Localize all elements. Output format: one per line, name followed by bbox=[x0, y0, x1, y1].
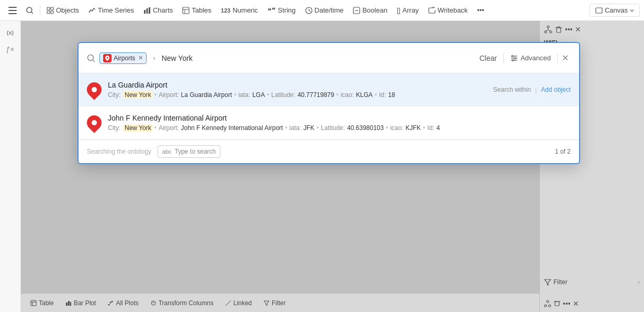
result-meta-laguardia: City: New York • Airport: La Guardia Air… bbox=[108, 91, 487, 99]
lat-label-1: Latitude: bbox=[271, 91, 295, 99]
city-val-1: New York bbox=[124, 91, 152, 99]
id-val-2: 4 bbox=[436, 124, 440, 132]
breadcrumb-arrow: › bbox=[153, 54, 155, 62]
tables-button[interactable]: Tables bbox=[178, 4, 216, 16]
svg-line-17 bbox=[309, 10, 310, 12]
airports-tag-close[interactable]: ✕ bbox=[138, 55, 143, 61]
search-input[interactable] bbox=[162, 54, 471, 62]
string-icon: ❝❞ bbox=[268, 6, 276, 15]
svg-rect-20 bbox=[596, 8, 602, 13]
result-title-laguardia: La Guardia Airport bbox=[108, 81, 487, 89]
iata-val-1: LGA bbox=[252, 91, 265, 99]
icao-label-2: icao: bbox=[390, 124, 403, 132]
dot-2a: • bbox=[154, 124, 157, 132]
lat-val-2: 40.63980103 bbox=[347, 124, 384, 132]
menu-icon bbox=[8, 7, 17, 14]
svg-line-36 bbox=[93, 60, 95, 62]
id-label-1: Id: bbox=[379, 91, 386, 99]
id-label-2: Id: bbox=[427, 124, 434, 132]
result-meta-jfk: City: New York • Airport: John F Kennedy… bbox=[108, 124, 487, 132]
result-item-jfk[interactable]: John F Kennedy International Airport Cit… bbox=[79, 106, 579, 139]
svg-rect-0 bbox=[8, 7, 17, 8]
svg-rect-8 bbox=[51, 11, 53, 14]
writeback-icon bbox=[428, 7, 436, 14]
result-item-laguardia[interactable]: La Guardia Airport City: New York • Airp… bbox=[79, 73, 579, 106]
string-button[interactable]: ❝❞ String bbox=[263, 4, 300, 17]
left-sidebar: (x) ƒ× bbox=[0, 21, 21, 312]
canvas-button[interactable]: Canvas bbox=[590, 4, 640, 17]
search-within-button[interactable]: Search within bbox=[493, 86, 531, 93]
dot-1b: • bbox=[234, 91, 236, 99]
dot-2c: • bbox=[317, 124, 319, 132]
advanced-button[interactable]: Advanced bbox=[506, 52, 555, 64]
numeric-icon: 123 bbox=[221, 7, 230, 14]
datetime-icon bbox=[305, 7, 313, 14]
airport-val-1: La Guardia Airport bbox=[181, 91, 232, 99]
result-actions-laguardia: Search within | Add object bbox=[493, 86, 571, 94]
clear-button[interactable]: Clear bbox=[475, 52, 501, 64]
search-bar: Airports ✕ › Clear bbox=[79, 43, 579, 73]
id-val-1: 18 bbox=[388, 91, 395, 99]
footer-ontology-label: Searching the ontology bbox=[87, 148, 151, 155]
svg-rect-9 bbox=[144, 10, 146, 14]
action-divider-2: | bbox=[535, 119, 537, 127]
svg-rect-10 bbox=[146, 8, 148, 14]
dot-1d: • bbox=[336, 91, 338, 99]
charts-icon bbox=[143, 7, 151, 14]
location-pin-inner bbox=[92, 87, 97, 92]
add-object-jfk-button[interactable]: Add object bbox=[541, 119, 571, 126]
city-highlight-1: New York bbox=[124, 91, 152, 99]
city-val-2: New York bbox=[124, 124, 152, 132]
search-modal: Airports ✕ › Clear bbox=[77, 42, 580, 164]
dot-1e: • bbox=[375, 91, 377, 99]
objects-button[interactable]: Objects bbox=[42, 4, 83, 16]
airport-val-2: John F Kennedy International Airport bbox=[181, 124, 283, 132]
airports-filter-tag[interactable]: Airports ✕ bbox=[99, 52, 147, 64]
icao-val-2: KJFK bbox=[406, 124, 421, 132]
more-button[interactable]: ••• bbox=[473, 4, 488, 16]
datetime-button[interactable]: Date/time bbox=[301, 4, 348, 16]
results-list: La Guardia Airport City: New York • Airp… bbox=[79, 73, 579, 139]
search-within-jfk-button[interactable]: Search within bbox=[493, 119, 531, 126]
svg-rect-2 bbox=[8, 13, 17, 14]
search-divider bbox=[503, 53, 504, 63]
iata-label-2: iata: bbox=[290, 124, 302, 132]
sidebar-formula-icon[interactable]: ƒ× bbox=[2, 42, 19, 57]
boolean-button[interactable]: Boolean bbox=[349, 4, 392, 16]
svg-point-37 bbox=[107, 57, 108, 58]
search-divider-2 bbox=[557, 53, 558, 63]
svg-rect-1 bbox=[8, 10, 17, 11]
result-icon-laguardia bbox=[87, 82, 102, 97]
result-content-jfk: John F Kennedy International Airport Cit… bbox=[108, 114, 487, 132]
location-pin-laguardia bbox=[84, 79, 105, 100]
svg-point-42 bbox=[515, 57, 516, 59]
footer-type-search[interactable]: abc Type to search bbox=[158, 145, 220, 158]
airports-tag-label: Airports bbox=[114, 55, 135, 62]
svg-point-3 bbox=[27, 7, 32, 13]
search-icon bbox=[87, 54, 95, 62]
boolean-icon bbox=[353, 7, 360, 14]
svg-rect-7 bbox=[47, 11, 50, 14]
icao-label-1: icao: bbox=[340, 91, 353, 99]
result-title-jfk: John F Kennedy International Airport bbox=[108, 114, 487, 122]
add-object-button[interactable]: Add object bbox=[541, 86, 571, 93]
dot-1c: • bbox=[267, 91, 269, 99]
sidebar-fx-icon[interactable]: (x) bbox=[2, 25, 19, 40]
city-highlight-2: New York bbox=[124, 124, 152, 132]
numeric-button[interactable]: 123 Numeric bbox=[217, 4, 262, 16]
toolbar-divider-1 bbox=[40, 5, 40, 16]
global-search-button[interactable] bbox=[22, 5, 38, 16]
result-icon-jfk bbox=[87, 115, 102, 130]
writeback-button[interactable]: Writeback bbox=[424, 4, 472, 16]
array-button[interactable]: [] Array bbox=[393, 4, 423, 16]
iata-val-2: JFK bbox=[303, 124, 314, 132]
menu-button[interactable] bbox=[4, 5, 21, 16]
svg-point-41 bbox=[512, 55, 514, 57]
svg-rect-12 bbox=[183, 7, 189, 14]
search-close-button[interactable]: ✕ bbox=[560, 51, 571, 65]
charts-button[interactable]: Charts bbox=[139, 4, 177, 16]
chevron-down-icon bbox=[630, 8, 634, 13]
time-series-button[interactable]: Time Series bbox=[84, 4, 138, 16]
main-layout: (x) ƒ× ••• ✕ WIFI true t bbox=[0, 21, 644, 312]
action-divider-1: | bbox=[535, 86, 537, 94]
